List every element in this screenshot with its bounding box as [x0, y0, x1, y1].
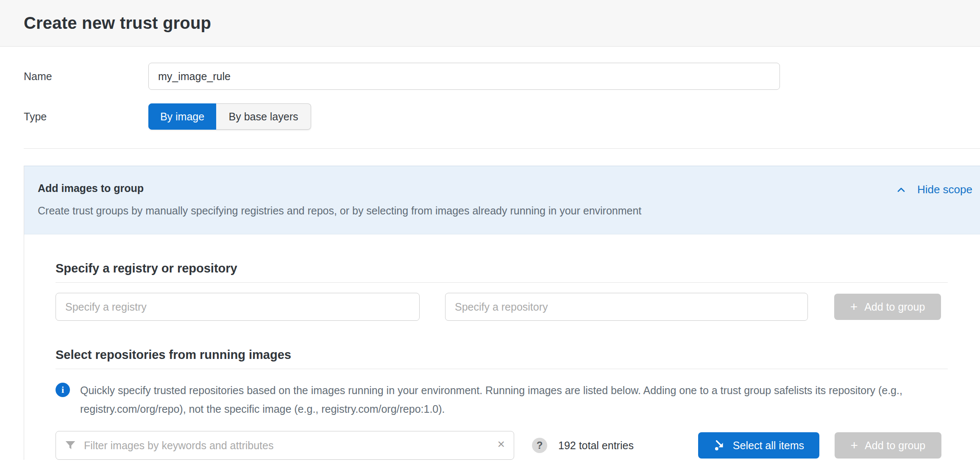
type-row: Type By image By base layers: [24, 103, 980, 130]
select-all-items-button[interactable]: Select all items: [698, 432, 819, 459]
page-header: Create new trust group: [0, 0, 980, 47]
select-all-label: Select all items: [733, 439, 804, 452]
running-images-section-heading: Select repositories from running images: [56, 348, 948, 369]
banner-description: Create trust groups by manually specifyi…: [38, 205, 973, 217]
section-divider: [24, 148, 980, 149]
add-to-group-label: Add to group: [865, 439, 925, 452]
chevron-up-icon: [895, 184, 907, 196]
info-icon: i: [56, 383, 70, 397]
name-label: Name: [24, 70, 148, 83]
filter-input-wrap: ×: [56, 431, 514, 460]
add-to-group-label: Add to group: [864, 301, 925, 313]
page-title: Create new trust group: [24, 14, 211, 33]
scope-section: Add images to group Create trust groups …: [24, 166, 980, 460]
registry-input[interactable]: [56, 293, 420, 321]
hide-scope-toggle[interactable]: Hide scope: [895, 183, 972, 196]
plus-icon: +: [850, 300, 858, 313]
filter-add-to-group-button[interactable]: + Add to group: [835, 432, 941, 459]
help-icon[interactable]: ?: [532, 438, 547, 453]
repository-input[interactable]: [445, 293, 808, 321]
filter-row: × ? 192 total entries Select all items +…: [56, 431, 948, 460]
registry-section-heading: Specify a registry or repository: [56, 261, 948, 283]
registry-add-to-group-button[interactable]: + Add to group: [834, 294, 941, 320]
filter-images-input[interactable]: [56, 431, 514, 460]
total-entries-text: 192 total entries: [558, 439, 634, 452]
info-text: Quickly specify trusted repositories bas…: [80, 381, 907, 418]
info-row: i Quickly specify trusted repositories b…: [56, 381, 948, 418]
trust-group-form: Name Type By image By base layers: [0, 63, 980, 130]
type-segmented-control: By image By base layers: [148, 103, 311, 130]
type-option-by-image[interactable]: By image: [148, 103, 216, 130]
banner-title: Add images to group: [38, 182, 973, 195]
registry-inputs-row: + Add to group: [56, 293, 948, 321]
scope-content: Specify a registry or repository + Add t…: [24, 261, 980, 460]
add-images-banner: Add images to group Create trust groups …: [24, 166, 980, 234]
clear-filter-icon[interactable]: ×: [497, 437, 505, 451]
name-row: Name: [24, 63, 980, 90]
plus-icon: +: [851, 439, 858, 452]
select-all-icon: [713, 439, 726, 452]
type-option-by-base-layers[interactable]: By base layers: [216, 103, 311, 130]
hide-scope-label: Hide scope: [917, 183, 972, 196]
filter-funnel-icon: [64, 439, 77, 453]
name-input[interactable]: [148, 63, 780, 90]
type-label: Type: [24, 111, 148, 123]
